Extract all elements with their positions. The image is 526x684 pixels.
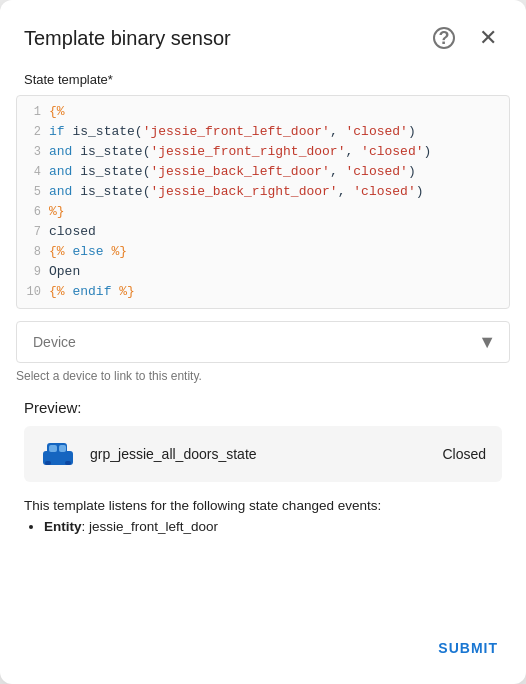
line-content-5: and is_state('jessie_back_right_door', '… [49, 182, 509, 202]
code-line-2: 2 if is_state('jessie_front_left_door', … [17, 122, 509, 142]
state-template-label: State template* [0, 72, 526, 95]
code-line-7: 7 closed [17, 222, 509, 242]
line-content-4: and is_state('jessie_back_left_door', 'c… [49, 162, 509, 182]
line-content-2: if is_state('jessie_front_left_door', 'c… [49, 122, 509, 142]
device-select[interactable]: Device [16, 321, 510, 363]
line-num-1: 1 [17, 102, 49, 122]
code-line-4: 4 and is_state('jessie_back_left_door', … [17, 162, 509, 182]
device-hint: Select a device to link to this entity. [0, 363, 526, 383]
line-num-4: 4 [17, 162, 49, 182]
line-content-1: {% [49, 102, 509, 122]
line-content-9: Open [49, 262, 509, 282]
preview-section: Preview: grp_jessie_all_doors_state Clos… [0, 383, 526, 490]
code-line-8: 8 {% else %} [17, 242, 509, 262]
line-num-8: 8 [17, 242, 49, 262]
car-icon [41, 441, 75, 467]
code-line-5: 5 and is_state('jessie_back_right_door',… [17, 182, 509, 202]
help-icon: ? [433, 27, 455, 49]
code-line-1: 1 {% [17, 96, 509, 122]
code-line-6: 6 %} [17, 202, 509, 222]
line-content-10: {% endif %} [49, 282, 509, 302]
line-content-3: and is_state('jessie_front_right_door', … [49, 142, 509, 162]
code-editor[interactable]: 1 {% 2 if is_state('jessie_front_left_do… [16, 95, 510, 309]
code-line-10: 10 {% endif %} [17, 282, 509, 308]
line-num-3: 3 [17, 142, 49, 162]
entity-icon [40, 436, 76, 472]
line-content-7: closed [49, 222, 509, 242]
line-num-9: 9 [17, 262, 49, 282]
list-item: Entity: jessie_front_left_door [44, 519, 502, 534]
dialog: Template binary sensor ? ✕ State templat… [0, 0, 526, 684]
footer: SUBMIT [0, 624, 526, 668]
submit-button[interactable]: SUBMIT [434, 632, 502, 664]
device-section: Device ▼ [0, 309, 526, 363]
help-button[interactable]: ? [426, 20, 462, 56]
header-icons: ? ✕ [426, 20, 506, 56]
listen-section: This template listens for the following … [0, 490, 526, 548]
preview-label: Preview: [24, 399, 502, 416]
code-line-3: 3 and is_state('jessie_front_right_door'… [17, 142, 509, 162]
code-line-9: 9 Open [17, 262, 509, 282]
listen-text: This template listens for the following … [24, 498, 381, 513]
dialog-title: Template binary sensor [24, 27, 231, 50]
dialog-header: Template binary sensor ? ✕ [0, 0, 526, 72]
line-num-5: 5 [17, 182, 49, 202]
close-icon: ✕ [479, 25, 497, 51]
device-select-wrapper: Device ▼ [16, 321, 510, 363]
svg-rect-2 [45, 461, 51, 465]
line-content-6: %} [49, 202, 509, 222]
line-num-6: 6 [17, 202, 49, 222]
line-content-8: {% else %} [49, 242, 509, 262]
preview-state: Closed [442, 446, 486, 462]
line-num-2: 2 [17, 122, 49, 142]
entity-value: jessie_front_left_door [89, 519, 218, 534]
preview-entity-name: grp_jessie_all_doors_state [90, 446, 428, 462]
listen-entities-list: Entity: jessie_front_left_door [24, 519, 502, 534]
close-button[interactable]: ✕ [470, 20, 506, 56]
svg-rect-5 [59, 445, 66, 452]
line-num-10: 10 [17, 282, 49, 302]
preview-row: grp_jessie_all_doors_state Closed [24, 426, 502, 482]
svg-rect-3 [65, 461, 71, 465]
line-num-7: 7 [17, 222, 49, 242]
svg-rect-4 [49, 445, 57, 452]
entity-label: Entity [44, 519, 82, 534]
